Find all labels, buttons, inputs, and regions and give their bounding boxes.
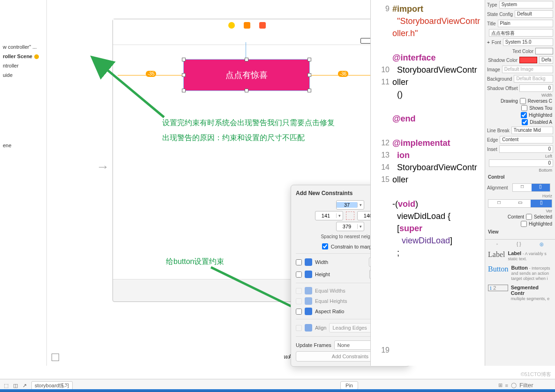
align-checkbox	[296, 325, 302, 331]
panel-icon[interactable]: ◫	[13, 383, 18, 389]
equal-widths-icon	[305, 287, 312, 294]
top-spacing-input[interactable]: ▾	[336, 200, 364, 210]
disabled-adj-checkbox[interactable]	[522, 119, 528, 125]
image-label: Image	[487, 67, 500, 72]
nav-item[interactable]: uide	[0, 70, 46, 80]
state-select[interactable]: Default	[515, 10, 553, 18]
pink-button[interactable]: 点点有惊喜	[183, 59, 310, 91]
width-checkbox[interactable]	[296, 259, 302, 265]
resize-handle[interactable]	[245, 89, 248, 92]
list-icon[interactable]: ≡	[505, 383, 508, 388]
grid-icon[interactable]: ⊞	[498, 382, 502, 388]
insertion-cursor	[246, 42, 246, 59]
highlighted-checkbox[interactable]	[521, 112, 527, 118]
vert-align-segment[interactable]: □▭▯	[488, 199, 552, 208]
dock-hint	[0, 389, 555, 392]
text-color-swatch[interactable]	[535, 48, 553, 54]
background-label: Background	[487, 76, 512, 82]
left-spacing-input[interactable]: ▾	[315, 211, 343, 220]
nav-arrow-icon[interactable]: ↗	[22, 383, 27, 389]
gutter: 9 1011 12131415 19	[371, 0, 390, 356]
constraint-badge: -36	[338, 71, 348, 77]
align-label: Align	[315, 325, 326, 331]
resize-handle[interactable]	[182, 89, 186, 92]
nav-item[interactable]: ntroller	[0, 61, 46, 70]
font-field[interactable]: System 15.0	[503, 38, 553, 46]
warning-icon	[34, 54, 39, 59]
watermark: ©51CTO博客	[521, 371, 551, 378]
horiz-align-segment[interactable]: □▯	[512, 183, 550, 192]
shows-touch-checkbox[interactable]	[521, 105, 527, 111]
scene-toolbar	[113, 19, 381, 45]
inset-bottom-input[interactable]: 0	[489, 159, 553, 167]
filter-input[interactable]	[519, 382, 552, 389]
attributes-inspector: TypeSystem State ConfigDefault TitlePlai…	[485, 0, 555, 366]
aspect-ratio-icon	[305, 308, 312, 315]
aspect-ratio-checkbox[interactable]	[296, 309, 302, 315]
height-checkbox[interactable]	[296, 271, 302, 278]
align-icon	[305, 324, 312, 332]
reverses-checkbox[interactable]	[520, 98, 526, 104]
edge-label: Edge	[487, 137, 498, 143]
toggle-icon[interactable]: ⬚	[4, 383, 8, 389]
shadow-color-select[interactable]: Defa	[539, 56, 553, 64]
shadow-offset-input[interactable]: 0	[519, 84, 553, 92]
content-label: Content	[488, 214, 524, 219]
nav-item[interactable]: w controller" ...	[0, 42, 46, 52]
library-item-segmented[interactable]: 1 2Segmented Contrmultiple segments, e	[485, 283, 555, 303]
edge-select[interactable]: Content	[500, 136, 553, 143]
plus-icon[interactable]: +	[487, 40, 490, 45]
file-tab-icon[interactable]: ▫	[496, 241, 498, 247]
pin-button[interactable]: Pin	[340, 381, 358, 390]
equal-widths-checkbox	[296, 288, 302, 294]
object-library: ▫{ }◎ LabelLabel - A variably s static t…	[485, 239, 555, 303]
nav-item[interactable]: ene	[0, 141, 46, 150]
library-filter[interactable]: ⊞ ≡ ◯	[498, 382, 552, 389]
type-select[interactable]: System	[499, 1, 553, 8]
code-text[interactable]: #import "StoryboardViewController.h" @in…	[392, 3, 481, 259]
title-label: Title	[487, 21, 496, 26]
resize-handle[interactable]	[308, 73, 311, 77]
braces-tab-icon[interactable]: { }	[517, 241, 521, 247]
button-label: 点点有惊喜	[225, 69, 268, 81]
code-editor[interactable]: 9 1011 12131415 19 #import "StoryboardVi…	[370, 0, 483, 366]
library-item-label[interactable]: LabelLabel - A variably s static text.	[485, 249, 555, 263]
red-exit-icon	[259, 22, 266, 29]
title-select[interactable]: Plain	[498, 20, 553, 27]
background-field[interactable]: Default Backg	[514, 75, 553, 83]
resize-handle[interactable]	[308, 89, 311, 92]
update-frames-label: Update Frames	[296, 342, 331, 348]
equal-heights-checkbox	[296, 298, 302, 304]
title-text-input[interactable]: 点点有惊喜	[489, 29, 553, 37]
text-color-label: Text Color	[512, 49, 533, 54]
inset-label: Inset	[487, 147, 497, 152]
width-icon	[305, 258, 312, 266]
line-break-select[interactable]: Truncate Mid	[511, 127, 553, 134]
outline-toggle-icon[interactable]	[52, 354, 59, 361]
annotation-text: 出现警告的原因：约束和设置的尺寸不匹配	[162, 133, 305, 143]
resize-handle[interactable]	[245, 58, 248, 61]
center-box-icon	[346, 211, 354, 220]
shadow-color-swatch[interactable]	[519, 57, 537, 63]
inset-left-input[interactable]: 0	[499, 145, 553, 153]
equal-heights-label: Equal Heights	[315, 298, 347, 304]
nav-scene[interactable]: roller Scene	[0, 52, 46, 61]
library-item-button[interactable]: ButtonButton - Intercepts and sends an a…	[485, 263, 555, 283]
entry-arrow-icon: →	[96, 159, 109, 174]
shadow-offset-sublabel: Width	[485, 93, 555, 98]
height-icon	[305, 271, 312, 278]
aspect-ratio-label: Aspect Ratio	[315, 309, 344, 314]
highlighted2-checkbox[interactable]	[521, 221, 527, 227]
circle-tab-icon[interactable]: ◎	[540, 241, 544, 247]
resize-handle[interactable]	[308, 58, 311, 61]
inset-left-sublabel: Left	[485, 154, 555, 158]
equal-heights-icon	[305, 297, 312, 305]
image-field[interactable]: Default Image	[502, 66, 553, 73]
shadow-offset-label: Shadow Offset	[487, 86, 518, 91]
selected-checkbox[interactable]	[526, 214, 532, 220]
bottom-spacing-input[interactable]: ▾	[336, 222, 364, 231]
resize-handle[interactable]	[182, 73, 186, 77]
control-section: Control	[485, 173, 555, 181]
resize-handle[interactable]	[182, 58, 186, 61]
constrain-margins-checkbox[interactable]	[322, 243, 328, 249]
